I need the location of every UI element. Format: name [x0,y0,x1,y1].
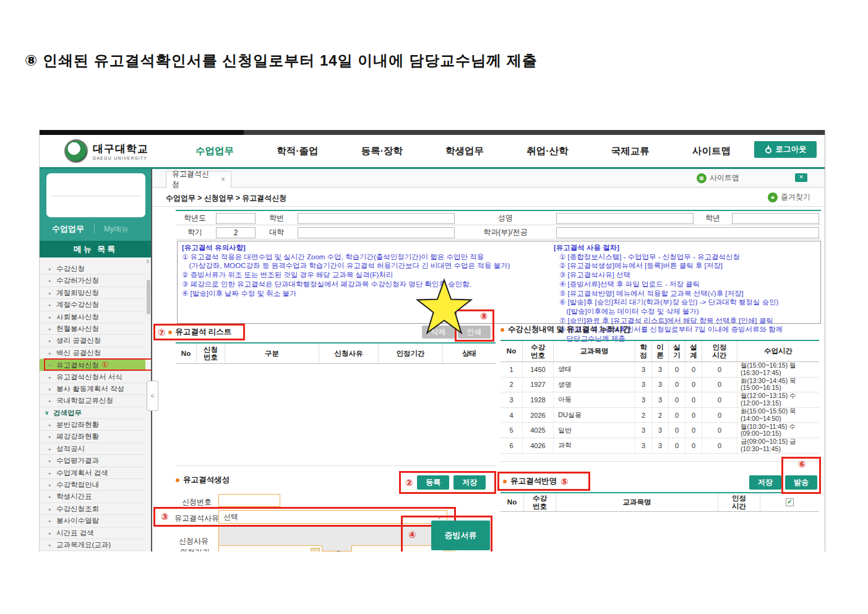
scroll-up-icon[interactable]: ∧ [145,258,150,264]
menu-arrow-icon: ▸ [49,275,51,287]
annotation-4: ④ [408,530,416,540]
notice-line: ([발송]이후에는 데이터 수정 및 삭제 불가) [554,307,783,316]
table-cell: 0 [669,423,685,438]
menu-arrow-icon: ∨ [45,407,49,419]
table-cell: 월(15:00~16:15) 월(16:30~17:45) [737,362,819,377]
column-header: No [501,493,524,511]
sidebar-item-계절희망신청[interactable]: ▸계절희망신청 [40,287,145,299]
menu-arrow-icon: ▸ [49,467,51,479]
college-input[interactable] [298,227,455,238]
sidebar-item-분반강좌현황[interactable]: ▸분반강좌현황 [40,419,145,431]
table-cell: 3 [501,392,523,407]
sidebar-item-수강허가신청[interactable]: ▸수강허가신청 [40,275,145,287]
table-cell: 일반 [554,423,635,438]
sidebar-item-성적공시[interactable]: ▸성적공시 [40,443,145,455]
table-cell: 아동 [554,392,635,407]
sidebar-item-사회봉사신청[interactable]: ▸사회봉사신청 [40,311,145,323]
column-header: 설 계 [685,341,702,361]
select-all-checkbox[interactable]: ✔ [786,498,794,506]
table-cell: 4 [501,408,523,423]
evidence-annotation-box: ④ 증빙서류 [401,516,492,551]
sidebar-item-유고결석신청서 서식[interactable]: ▸유고결석신청서 서식 [40,371,145,383]
main-nav: 수업업무학적·졸업등록·장학학생업무취업·산학국제교류사이트맵 [196,135,731,167]
nav-item-국제교류[interactable]: 국제교류 [611,145,650,158]
list-section-annotation-box: ⑦ 유고결석 리스트 [153,324,245,340]
tab-close-icon[interactable]: × [221,175,225,184]
calendar-icon[interactable] [311,548,320,551]
name-input[interactable] [556,213,694,224]
sidebar-item-수강신청조회[interactable]: ▸수강신청조회 [40,503,145,515]
divider [501,461,819,462]
table-cell: 0 [685,392,702,407]
nav-item-취업·산학[interactable]: 취업·산학 [526,145,568,158]
breadcrumb: 수업업무 > 신청업무 > 유고결석신청 [166,193,286,204]
logout-button[interactable]: 로그아웃 [754,141,817,158]
apply-save-button[interactable]: 저장 [749,475,781,490]
nav-item-등록·장학[interactable]: 등록·장학 [361,145,403,158]
sidebar-item-수강학점안내[interactable]: ▸수강학점안내 [40,479,145,491]
sitemap-link[interactable]: ▦ 사이트맵 [697,173,739,183]
sidebar-item-유고결석신청[interactable]: ▸유고결석신청① [40,359,145,371]
table-cell: 0 [702,362,737,377]
sidebar-item-시간표 검색[interactable]: ▸시간표 검색 [40,527,145,539]
annotation-7: ⑦ [158,327,165,337]
table-cell: 3 [652,378,669,392]
favorite-link[interactable]: ★ 즐겨찾기 [768,192,810,202]
sidebar-item-생리 공결신청[interactable]: ▸생리 공결신청 [40,335,145,347]
sidebar-item-헌혈봉사신청[interactable]: ▸헌혈봉사신청 [40,323,145,335]
sidebar-item-검색업무[interactable]: ∨검색업무 [40,407,145,419]
tab-absence-application[interactable]: 유고결석신청 × [166,171,231,188]
sidebar-item-계절수강신청[interactable]: ▸계절수강신청 [40,299,145,311]
app-window: 대구대학교 DAEGU UNIVERSITY 수업업무학적·졸업등록·장학학생업… [39,130,825,551]
period-start-input[interactable] [218,545,322,551]
enrollment-section-title: 수강신청내역 및 유고결석 누적시간 [508,324,630,335]
sidebar-menu: ∧ ▸수강신청▸수강허가신청▸계절희망신청▸계절수강신청▸사회봉사신청▸헌혈봉사… [40,257,151,551]
column-header: 수업시간 [737,341,819,361]
request-no-input[interactable] [218,494,280,507]
register-button[interactable]: 등록 [417,475,449,490]
sidebar-scrollbar-thumb[interactable] [147,280,150,314]
sidebar-item-폐강강좌현황[interactable]: ▸폐강강좌현황 [40,431,145,443]
sidebar-collapse-handle[interactable]: < [147,381,158,411]
sidebar-item-백신 공결신청[interactable]: ▸백신 공결신청 [40,347,145,359]
major-input[interactable] [556,227,819,238]
close-all-tabs-icon[interactable]: ✕ [795,173,807,182]
star-annotation [416,278,473,337]
sidebar-tab-mymenu[interactable]: My메뉴 [104,224,129,235]
sidebar-tab-courses[interactable]: 수업업무 [52,223,84,235]
notice-line: ① 유고결석 적용은 대면수업 및 실시간 Zoom 수업, 학습기간(출석인정… [182,253,510,262]
create-save-button[interactable]: 저장 [453,475,486,490]
university-name-en: DAEGU UNIVERSITY [93,156,148,160]
table-row: 11450생태33000월(15:00~16:15) 월(16:30~17:45… [501,362,819,378]
sidebar-item-수강신청[interactable]: ▸수강신청 [40,263,145,275]
sidebar-item-학생시간표[interactable]: ▸학생시간표 [40,491,145,503]
sidebar-item-국내학점교류신청[interactable]: ▸국내학점교류신청 [40,395,145,407]
nav-item-사이트맵[interactable]: 사이트맵 [692,145,731,158]
annotation-3: ③ [161,512,168,522]
apply-table: No수강 번호교과목명인정 시간✔ [501,492,819,512]
sidebar-item-교과목개요(교과)[interactable]: ▸교과목개요(교과) [40,539,145,551]
annotation-2: ② [405,478,413,488]
enrollment-table: No수강 번호교과목명학 점이 론실 기설 계인정 시간수업시간 11450생태… [501,340,819,454]
nav-item-학적·졸업[interactable]: 학적·졸업 [277,145,318,158]
sidebar-item-수업계획서 검색[interactable]: ▸수업계획서 검색 [40,467,145,479]
send-button[interactable]: 발송 [785,475,817,490]
annotation-1: ① [101,360,109,370]
grade-input[interactable] [732,213,819,224]
notice-line: ① [종합정보시스템] - 수업업무 - 신청업무 - 유고결석신청 [554,253,783,262]
sidebar-item-봉사 활동계획서 작성[interactable]: ▸봉사 활동계획서 작성 [40,383,145,395]
nav-item-수업업무[interactable]: 수업업무 [196,145,234,158]
semester-input[interactable] [216,227,256,238]
column-header: 실 기 [669,341,685,361]
sidebar-item-봉사이수열람[interactable]: ▸봉사이수열람 [40,515,145,527]
table-cell: 3 [635,362,652,377]
nav-item-학생업무[interactable]: 학생업무 [445,145,484,158]
table-cell: 2 [652,408,669,423]
sidebar-item-수업평가결과[interactable]: ▸수업평가결과 [40,455,145,467]
student-no-input[interactable] [298,213,455,224]
breadcrumb-bar: 수업업무 > 신청업무 > 유고결석신청 ★ 즐겨찾기 [152,188,825,207]
evidence-button[interactable]: 증빙서류 [431,521,490,550]
year-input[interactable] [216,213,256,224]
table-cell: 0 [669,438,685,453]
table-cell: 0 [702,423,737,438]
